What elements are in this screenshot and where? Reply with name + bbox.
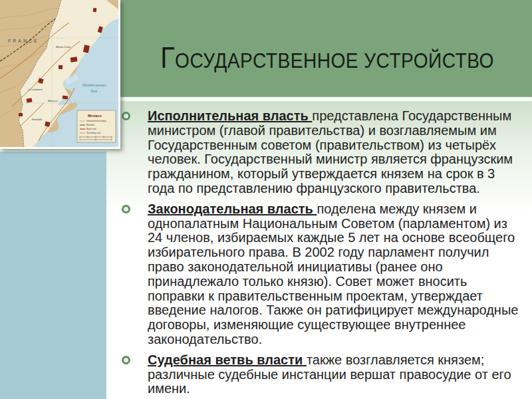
title-rest: осударственное устройство: [176, 49, 495, 72]
map-label-la-condamine: La Condamine: [28, 88, 43, 91]
bullet-text: поделена между князем и однопалатным Нац…: [148, 201, 518, 346]
bullet-paragraph: Исполнительная власть представлена Госуд…: [148, 109, 520, 196]
bullet-lead: Законодательная власть: [148, 201, 317, 216]
bullet-item-executive: Исполнительная власть представлена Госуд…: [122, 109, 520, 196]
map-legend-item-secondary-road: Secondary road: [86, 132, 101, 134]
title-initial-letter: Г: [161, 41, 176, 74]
page-title: Государственное устройство: [123, 23, 532, 92]
bullet-icon: [122, 205, 130, 213]
bullet-lead: Судебная ветвь власти: [148, 352, 307, 367]
map-legend-item-railroad: Railroad: [86, 124, 94, 126]
map-label-france: FRANCE: [8, 39, 39, 43]
monaco-map-image: FRANCE Mediterranean Sea Monte-Carlo La …: [0, 0, 120, 149]
bullet-lead: Исполнительная власть: [148, 108, 312, 123]
monaco-map-svg: FRANCE Mediterranean Sea Monte-Carlo La …: [0, 0, 118, 147]
map-label-sea-line2: Sea: [90, 89, 97, 93]
map-label-fontvieille: Fontvieille: [32, 118, 42, 121]
map-legend-item-major-road: Major road: [86, 128, 96, 130]
bullet-item-judicial: Судебная ветвь власти также возглавляетс…: [122, 353, 520, 396]
left-blue-panel: [0, 152, 106, 399]
map-label-monte-carlo: Monte-Carlo: [56, 45, 71, 49]
bullet-paragraph: Законодательная власть поделена между кн…: [148, 202, 520, 347]
bullet-item-legislative: Законодательная власть поделена между кн…: [122, 202, 520, 347]
map-legend-item-boundary: International boundary: [86, 120, 106, 122]
page-title-text: Государственное устройство: [161, 43, 495, 72]
map-legend-box: Monaco International boundary Railroad M…: [77, 110, 116, 142]
slide-root: Государственное устройство Исполнительна…: [0, 0, 532, 399]
bullet-list: Исполнительная власть представлена Госуд…: [122, 100, 521, 399]
bullet-icon: [122, 356, 130, 364]
bullet-icon: [122, 112, 130, 120]
bullet-paragraph: Судебная ветвь власти также возглавляетс…: [148, 353, 520, 396]
map-label-sea-line1: Mediterranean: [82, 83, 106, 87]
map-label-monaco-ville: Monaco: [48, 99, 58, 102]
map-legend-title: Monaco: [88, 114, 102, 118]
